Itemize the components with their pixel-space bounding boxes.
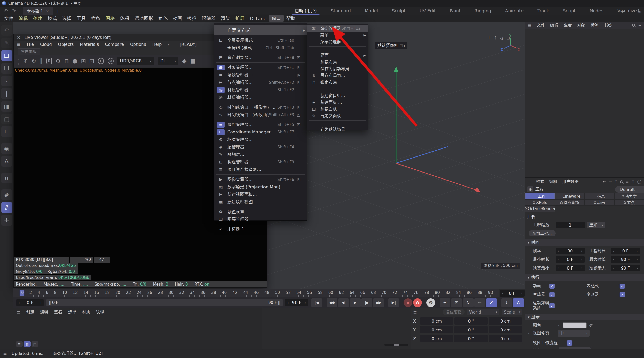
menu-bar-item[interactable]: 窗口 bbox=[269, 15, 284, 22]
lv-menu-materials[interactable]: Materials bbox=[80, 42, 99, 47]
current-frame-spinner[interactable]: ‹0 F› bbox=[500, 290, 525, 297]
back-icon[interactable]: ← bbox=[603, 179, 606, 184]
menu-item[interactable]: ⇩ 另存布局为... ▶ bbox=[307, 72, 368, 79]
popout-icon[interactable]: ◳ bbox=[296, 73, 301, 77]
checkbox[interactable]: ✓ bbox=[620, 292, 625, 297]
tool-icon[interactable]: ◦ bbox=[1, 76, 12, 86]
tool-icon[interactable]: ▢ bbox=[1, 114, 12, 124]
tool-icon[interactable]: ∪ bbox=[1, 173, 12, 183]
lv-tool-icon[interactable]: ↻ bbox=[31, 58, 36, 64]
lv-tool-icon[interactable]: ■ bbox=[190, 58, 195, 64]
end-frame-value[interactable]: 90 F bbox=[292, 300, 301, 305]
tool-icon[interactable]: ◉ bbox=[1, 143, 12, 154]
rotation-value[interactable]: 0 ° bbox=[454, 335, 488, 342]
transport-button[interactable]: ✛ bbox=[440, 298, 450, 307]
checkbox[interactable]: ✓ bbox=[549, 303, 555, 308]
transport-button[interactable]: ⚙ bbox=[426, 298, 435, 307]
param-value[interactable]: 90 F bbox=[621, 266, 630, 271]
workspace-tab[interactable]: Nodes bbox=[584, 7, 610, 15]
start-frame-spinner[interactable]: ‹0 F› bbox=[16, 299, 44, 306]
viewport-nav-icon[interactable]: ⇩ bbox=[494, 36, 497, 40]
viewport-nav-icon[interactable]: ✛ bbox=[487, 36, 491, 40]
camera-label[interactable]: 默认摄像机 ◳◂ bbox=[375, 42, 407, 49]
menu-item[interactable]: ◳ ▶ bbox=[214, 101, 307, 103]
menu-item[interactable]: 菜单 ▶ bbox=[307, 32, 368, 39]
position-value[interactable]: 0 cm bbox=[420, 326, 453, 333]
menu-item[interactable]: ◎ 材质编辑器... ◳ ▶ bbox=[214, 94, 307, 101]
hamburger-icon[interactable]: ≡ bbox=[17, 42, 21, 47]
search-icon[interactable] bbox=[632, 24, 635, 27]
attribute-tab[interactable]: ΩOctaneRender bbox=[525, 206, 555, 212]
lv-menu-objects[interactable]: Objects bbox=[58, 42, 74, 47]
mat-menu-select[interactable]: 选择 bbox=[68, 309, 76, 315]
attribute-tab[interactable]: ΩCineware bbox=[555, 193, 585, 199]
param-value[interactable]: 30 bbox=[567, 249, 573, 253]
attribute-tab[interactable]: Ω节点 bbox=[614, 199, 644, 206]
popout-icon[interactable]: ◳ bbox=[296, 177, 301, 182]
menu-item[interactable]: 存为默认场景 ▶ bbox=[307, 126, 368, 133]
mat-menu-material[interactable]: 材质 bbox=[82, 309, 90, 315]
menu-bar-item[interactable]: 创建 bbox=[31, 15, 45, 22]
menu-bar-item[interactable]: 角色 bbox=[156, 15, 170, 22]
menu-bar-item[interactable]: 编辑 bbox=[16, 15, 31, 22]
param-spinner[interactable]: ‹90 F› bbox=[611, 256, 640, 263]
display-section-header[interactable]: ▼显示 bbox=[525, 314, 644, 320]
expand-icon[interactable]: › bbox=[558, 323, 563, 328]
material-view-button[interactable]: ▦ bbox=[24, 341, 31, 347]
om-menu-tags[interactable]: 标签 bbox=[590, 23, 599, 28]
hamburger-icon[interactable]: ≡ bbox=[528, 179, 532, 184]
lock-icon[interactable]: ⊓ bbox=[631, 179, 634, 184]
menu-item[interactable]: ⊡ 全屏显示模式 Ctrl+Tab ◳ ▶ bbox=[214, 36, 307, 44]
om-menu-view[interactable]: 查看 bbox=[564, 23, 572, 28]
current-frame-value[interactable]: 0 F bbox=[509, 291, 516, 296]
blank-panel-tab[interactable]: 空白面板 bbox=[18, 48, 40, 55]
checkbox[interactable]: ✓ bbox=[549, 292, 555, 297]
menu-item[interactable]: ● 对象管理器... Shift+F1 ◳ ▶ bbox=[214, 64, 307, 71]
document-tab[interactable]: 未标题 1 × bbox=[23, 7, 53, 15]
param-spinner[interactable]: ‹90 F› bbox=[611, 265, 640, 271]
scale-value[interactable]: 0 cm bbox=[489, 335, 522, 342]
menu-bar-item[interactable]: 跟踪器 bbox=[199, 15, 218, 22]
menu-bar-item[interactable]: 网格 bbox=[103, 15, 117, 22]
coordinate-system-dropdown[interactable]: World▾ bbox=[467, 309, 499, 315]
popout-icon[interactable]: ◳ bbox=[296, 113, 301, 117]
menu-item[interactable]: ◳ ▶ bbox=[214, 51, 307, 54]
project-scale-value[interactable]: 1 bbox=[569, 223, 571, 228]
menu-item[interactable]: ≡ 属性管理器... Shift+F5 ◳ ▶ bbox=[214, 121, 307, 128]
menu-bar-item[interactable]: 选择 bbox=[59, 15, 74, 22]
workspace-tab[interactable]: UV Edit bbox=[413, 7, 442, 15]
attribute-tab[interactable]: Ω工程 bbox=[525, 193, 555, 199]
menu-item[interactable]: 新建窗口组... ▶ bbox=[307, 92, 368, 99]
lv-tool-icon[interactable]: ⊓ bbox=[64, 58, 69, 64]
hamburger-icon[interactable]: ≡ bbox=[528, 23, 532, 28]
eyedropper-icon[interactable]: ✐ bbox=[589, 323, 593, 328]
timeline-zoom-slider[interactable] bbox=[384, 344, 408, 346]
lv-tool-icon[interactable]: ✳ bbox=[23, 58, 28, 64]
am-menu-mode[interactable]: 模式 bbox=[536, 179, 544, 184]
transport-button[interactable]: ✗ bbox=[486, 298, 497, 307]
menu-bar-item[interactable]: 动画 bbox=[170, 15, 185, 22]
lv-menu-compare[interactable]: Compare bbox=[105, 42, 124, 47]
menu-item[interactable]: ▶ 图像查看器... Shift+F6 ◳ ▶ bbox=[214, 176, 307, 183]
menu-item[interactable]: 全屏(组)模式 Ctrl+Shift+Tab ◳ ▶ bbox=[214, 44, 307, 51]
workspace-tab[interactable]: Paint bbox=[443, 7, 467, 15]
om-menu-bookmarks[interactable]: 书签 bbox=[604, 23, 612, 28]
attribute-tab[interactable]: Ω待办事项 bbox=[555, 199, 585, 206]
attribute-tab[interactable]: Ω动力学 bbox=[614, 193, 644, 199]
workspace-tab[interactable]: Script bbox=[557, 7, 582, 15]
lv-tool-icon[interactable]: ∥ bbox=[40, 58, 43, 64]
menu-item[interactable]: ▤ 加载面板 ... ▶ bbox=[307, 106, 368, 113]
menu-bar-item[interactable]: 模拟 bbox=[185, 15, 199, 22]
lv-tool-icon[interactable]: ◆ bbox=[182, 58, 186, 64]
expand-icon[interactable]: › bbox=[528, 331, 533, 336]
menu-bar-item[interactable]: 工具 bbox=[74, 15, 88, 22]
rotation-value[interactable]: 0 ° bbox=[454, 326, 488, 333]
menu-item[interactable]: ⊞ 新建视图面板... ◳ ▶ bbox=[214, 191, 307, 198]
up-icon[interactable]: ↑ bbox=[614, 179, 618, 184]
param-value[interactable]: 0 F bbox=[567, 266, 573, 271]
tool-icon[interactable]: ✛ bbox=[1, 215, 12, 226]
menu-bar-item[interactable]: 运动图形 bbox=[132, 15, 156, 22]
slider-handle[interactable] bbox=[394, 344, 399, 346]
menu-item[interactable]: 界面 ▶ bbox=[307, 52, 368, 59]
attribute-tab[interactable]: ΩXRefs bbox=[525, 199, 555, 206]
